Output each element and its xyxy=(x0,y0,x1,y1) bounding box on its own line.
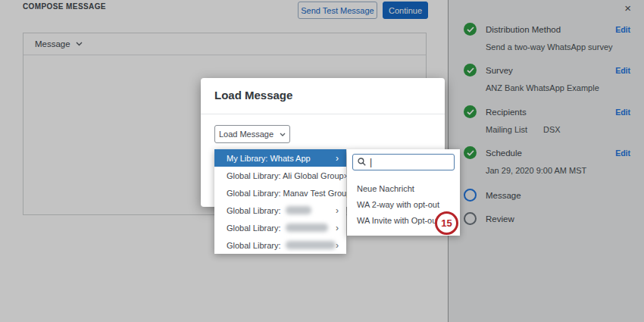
callout-number-badge: 15 xyxy=(435,211,458,235)
menu-item-global-library-redacted-3[interactable]: Global Library: › xyxy=(214,236,346,254)
menu-item-global-library-manav[interactable]: Global Library: Manav Test Group › xyxy=(214,184,346,202)
mailing-list-label: Mailing List xyxy=(486,125,527,134)
dialog-header-divider xyxy=(201,114,445,114)
edit-schedule-link[interactable]: Edit xyxy=(615,147,630,159)
message-type-label: Message xyxy=(35,39,70,48)
close-icon[interactable]: × xyxy=(624,2,631,15)
menu-item-label: My Library: Whats App xyxy=(227,154,311,163)
submenu-item-neue-nachricht[interactable]: Neue Nachricht xyxy=(357,183,414,195)
menu-item-label: Global Library: xyxy=(227,224,281,233)
load-message-button-label: Load Message xyxy=(219,130,274,139)
pending-step-circle-icon xyxy=(464,212,477,225)
sidebar-step-recipients: Recipients xyxy=(486,106,527,118)
library-dropdown-menu: My Library: Whats App › Global Library: … xyxy=(214,149,346,254)
menu-item-label: Global Library: Manav Test Group xyxy=(227,189,351,198)
distribution-method-detail: Send a two-way WhatsApp survey xyxy=(486,41,613,53)
menu-item-global-library-ali[interactable]: Global Library: Ali Global Group › xyxy=(214,167,346,184)
submenu-item-wa-invite[interactable]: WA Invite with Opt-out xyxy=(357,215,439,227)
chevron-right-icon: › xyxy=(336,205,339,216)
continue-label: Continue xyxy=(389,6,422,15)
recipients-detail: Mailing List DSX xyxy=(486,123,561,136)
chevron-right-icon: › xyxy=(336,153,339,164)
sidebar-step-survey: Survey xyxy=(486,64,513,77)
message-type-dropdown[interactable]: Message xyxy=(23,33,426,55)
load-message-dropdown-button[interactable]: Load Message xyxy=(214,125,290,143)
sidebar-step-review: Review xyxy=(486,213,514,225)
current-step-circle-icon xyxy=(464,189,477,202)
chevron-right-icon: › xyxy=(336,240,339,251)
page-title: COMPOSE MESSAGE xyxy=(23,2,106,11)
sidebar-step-distribution-method: Distribution Method xyxy=(486,23,561,36)
text-cursor: | xyxy=(370,157,372,167)
redacted-text xyxy=(286,206,311,214)
distribution-steps-sidebar: × Distribution Method Edit Send a two-wa… xyxy=(448,0,644,322)
menu-item-label: Global Library: xyxy=(227,241,281,250)
edit-recipients-link[interactable]: Edit xyxy=(615,106,630,118)
compose-message-screen: COMPOSE MESSAGE Send Test Message Contin… xyxy=(0,0,644,322)
sidebar-step-message: Message xyxy=(486,189,521,202)
submenu-search-input[interactable]: | xyxy=(352,154,455,170)
menu-item-global-library-redacted-1[interactable]: Global Library: › xyxy=(214,202,346,219)
menu-item-my-library-whats-app[interactable]: My Library: Whats App › xyxy=(214,149,346,167)
mailing-list-value: DSX xyxy=(543,125,561,134)
redacted-text xyxy=(286,224,328,232)
redacted-text xyxy=(286,241,336,249)
survey-detail: ANZ Bank WhatsApp Example xyxy=(486,82,599,94)
edit-survey-link[interactable]: Edit xyxy=(615,64,630,77)
search-icon xyxy=(358,155,366,169)
menu-item-label: Global Library: xyxy=(227,206,281,215)
chevron-down-icon xyxy=(280,133,286,136)
send-test-message-button[interactable]: Send Test Message xyxy=(298,2,377,19)
menu-item-label: Global Library: Ali Global Group xyxy=(227,171,344,180)
check-circle-icon xyxy=(464,105,477,118)
schedule-detail: Jan 29, 2020 9:00 AM MST xyxy=(486,164,586,177)
edit-distribution-method-link[interactable]: Edit xyxy=(615,23,630,36)
chevron-down-icon xyxy=(76,42,83,46)
check-circle-icon xyxy=(464,146,477,159)
send-test-message-label: Send Test Message xyxy=(301,6,374,15)
sidebar-step-schedule: Schedule xyxy=(486,147,522,159)
submenu-item-wa-2-way[interactable]: WA 2-way with opt-out xyxy=(357,199,439,211)
check-circle-icon xyxy=(464,23,477,36)
menu-item-global-library-redacted-2[interactable]: Global Library: › xyxy=(214,219,346,236)
check-circle-icon xyxy=(464,64,477,77)
dialog-title: Load Message xyxy=(214,89,292,102)
continue-button[interactable]: Continue xyxy=(383,2,428,19)
chevron-right-icon: › xyxy=(336,223,339,233)
